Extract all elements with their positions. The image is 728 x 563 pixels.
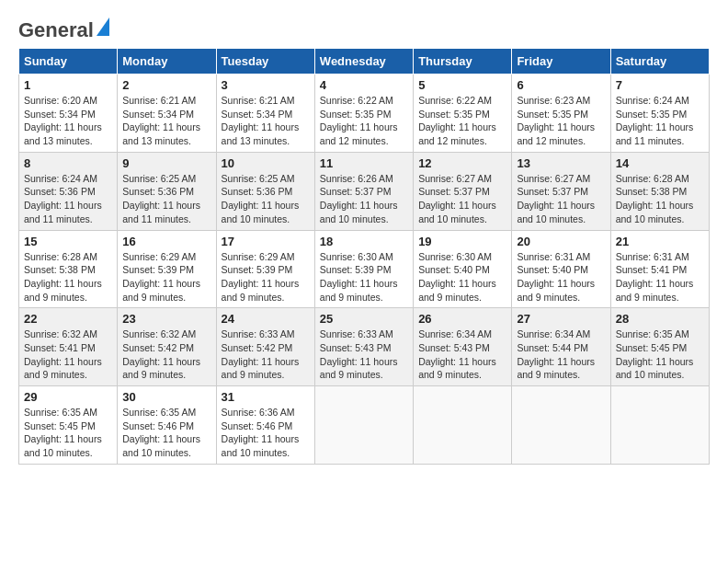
calendar-day-18: 18Sunrise: 6:30 AMSunset: 5:39 PMDayligh…: [314, 230, 413, 308]
day-info: Sunrise: 6:31 AMSunset: 5:40 PMDaylight:…: [517, 250, 605, 304]
day-number: 2: [122, 78, 210, 92]
day-number: 17: [222, 235, 310, 248]
calendar-day-5: 5Sunrise: 6:22 AMSunset: 5:35 PMDaylight…: [414, 75, 512, 153]
calendar-table: SundayMondayTuesdayWednesdayThursdayFrid…: [18, 48, 710, 465]
calendar-day-12: 12Sunrise: 6:27 AMSunset: 5:37 PMDayligh…: [414, 152, 512, 230]
day-number: 16: [122, 235, 210, 248]
day-number: 27: [517, 312, 605, 326]
day-info: Sunrise: 6:27 AMSunset: 5:37 PMDaylight:…: [418, 172, 506, 226]
calendar-day-2: 2Sunrise: 6:21 AMSunset: 5:34 PMDaylight…: [118, 75, 216, 153]
calendar-day-15: 15Sunrise: 6:28 AMSunset: 5:38 PMDayligh…: [19, 230, 118, 308]
day-number: 26: [418, 312, 506, 326]
day-info: Sunrise: 6:34 AMSunset: 5:43 PMDaylight:…: [418, 327, 506, 382]
day-number: 7: [616, 78, 704, 92]
calendar-day-30: 30Sunrise: 6:35 AMSunset: 5:46 PMDayligh…: [118, 386, 216, 465]
calendar-day-22: 22Sunrise: 6:32 AMSunset: 5:41 PMDayligh…: [19, 308, 118, 386]
column-header-wednesday: Wednesday: [314, 49, 413, 75]
page-header: General: [18, 18, 710, 39]
day-info: Sunrise: 6:22 AMSunset: 5:35 PMDaylight:…: [418, 94, 506, 148]
calendar-day-19: 19Sunrise: 6:30 AMSunset: 5:40 PMDayligh…: [414, 230, 512, 308]
day-number: 9: [122, 156, 210, 170]
column-header-thursday: Thursday: [414, 49, 512, 75]
day-info: Sunrise: 6:21 AMSunset: 5:34 PMDaylight:…: [122, 94, 210, 148]
day-info: Sunrise: 6:24 AMSunset: 5:36 PMDaylight:…: [24, 172, 112, 226]
column-header-monday: Monday: [118, 49, 216, 75]
day-info: Sunrise: 6:21 AMSunset: 5:34 PMDaylight:…: [222, 94, 310, 148]
day-info: Sunrise: 6:23 AMSunset: 5:35 PMDaylight:…: [517, 94, 605, 148]
day-number: 4: [320, 78, 408, 92]
calendar-day-empty: [512, 386, 610, 465]
column-header-friday: Friday: [512, 49, 610, 75]
day-number: 18: [320, 235, 408, 248]
day-number: 6: [517, 78, 605, 92]
day-number: 21: [616, 235, 704, 248]
day-number: 19: [418, 235, 506, 248]
calendar-day-27: 27Sunrise: 6:34 AMSunset: 5:44 PMDayligh…: [512, 308, 610, 386]
calendar-day-17: 17Sunrise: 6:29 AMSunset: 5:39 PMDayligh…: [216, 230, 314, 308]
day-number: 28: [616, 312, 704, 326]
day-info: Sunrise: 6:22 AMSunset: 5:35 PMDaylight:…: [320, 94, 408, 148]
calendar-week-1: 1Sunrise: 6:20 AMSunset: 5:34 PMDaylight…: [19, 75, 710, 153]
calendar-day-4: 4Sunrise: 6:22 AMSunset: 5:35 PMDaylight…: [314, 75, 413, 153]
day-info: Sunrise: 6:33 AMSunset: 5:43 PMDaylight:…: [320, 327, 408, 382]
calendar-day-10: 10Sunrise: 6:25 AMSunset: 5:36 PMDayligh…: [216, 152, 314, 230]
day-info: Sunrise: 6:28 AMSunset: 5:38 PMDaylight:…: [24, 250, 112, 304]
column-header-tuesday: Tuesday: [216, 49, 314, 75]
day-number: 29: [24, 390, 112, 404]
calendar-day-29: 29Sunrise: 6:35 AMSunset: 5:45 PMDayligh…: [19, 386, 118, 465]
calendar-day-empty: [314, 386, 413, 465]
day-number: 3: [222, 78, 310, 92]
calendar-day-1: 1Sunrise: 6:20 AMSunset: 5:34 PMDaylight…: [19, 75, 118, 153]
day-number: 12: [418, 156, 506, 170]
calendar-day-14: 14Sunrise: 6:28 AMSunset: 5:38 PMDayligh…: [610, 152, 709, 230]
day-info: Sunrise: 6:35 AMSunset: 5:45 PMDaylight:…: [616, 327, 704, 382]
calendar-day-23: 23Sunrise: 6:32 AMSunset: 5:42 PMDayligh…: [118, 308, 216, 386]
calendar-day-empty: [414, 386, 512, 465]
calendar-day-25: 25Sunrise: 6:33 AMSunset: 5:43 PMDayligh…: [314, 308, 413, 386]
day-info: Sunrise: 6:25 AMSunset: 5:36 PMDaylight:…: [122, 172, 210, 226]
day-number: 22: [24, 312, 112, 326]
day-number: 14: [616, 156, 704, 170]
calendar-day-16: 16Sunrise: 6:29 AMSunset: 5:39 PMDayligh…: [118, 230, 216, 308]
day-number: 24: [222, 312, 310, 326]
calendar-week-5: 29Sunrise: 6:35 AMSunset: 5:45 PMDayligh…: [19, 386, 710, 465]
day-info: Sunrise: 6:35 AMSunset: 5:45 PMDaylight:…: [24, 406, 112, 460]
day-info: Sunrise: 6:34 AMSunset: 5:44 PMDaylight:…: [517, 327, 605, 382]
day-info: Sunrise: 6:29 AMSunset: 5:39 PMDaylight:…: [122, 250, 210, 304]
day-info: Sunrise: 6:27 AMSunset: 5:37 PMDaylight:…: [517, 172, 605, 226]
calendar-day-24: 24Sunrise: 6:33 AMSunset: 5:42 PMDayligh…: [216, 308, 314, 386]
day-info: Sunrise: 6:32 AMSunset: 5:41 PMDaylight:…: [24, 327, 112, 382]
day-number: 31: [222, 390, 310, 404]
calendar-week-2: 8Sunrise: 6:24 AMSunset: 5:36 PMDaylight…: [19, 152, 710, 230]
calendar-day-8: 8Sunrise: 6:24 AMSunset: 5:36 PMDaylight…: [19, 152, 118, 230]
day-info: Sunrise: 6:30 AMSunset: 5:40 PMDaylight:…: [418, 250, 506, 304]
day-number: 15: [24, 235, 112, 248]
day-info: Sunrise: 6:36 AMSunset: 5:46 PMDaylight:…: [222, 406, 310, 460]
day-info: Sunrise: 6:30 AMSunset: 5:39 PMDaylight:…: [320, 250, 408, 304]
day-info: Sunrise: 6:33 AMSunset: 5:42 PMDaylight:…: [222, 327, 310, 382]
day-number: 23: [122, 312, 210, 326]
day-info: Sunrise: 6:29 AMSunset: 5:39 PMDaylight:…: [222, 250, 310, 304]
calendar-day-21: 21Sunrise: 6:31 AMSunset: 5:41 PMDayligh…: [610, 230, 709, 308]
day-number: 10: [222, 156, 310, 170]
day-info: Sunrise: 6:25 AMSunset: 5:36 PMDaylight:…: [222, 172, 310, 226]
column-header-saturday: Saturday: [610, 49, 709, 75]
day-info: Sunrise: 6:31 AMSunset: 5:41 PMDaylight:…: [616, 250, 704, 304]
day-number: 1: [24, 78, 112, 92]
day-info: Sunrise: 6:20 AMSunset: 5:34 PMDaylight:…: [24, 94, 112, 148]
calendar-header-row: SundayMondayTuesdayWednesdayThursdayFrid…: [19, 49, 710, 75]
logo: General: [18, 18, 109, 39]
calendar-day-3: 3Sunrise: 6:21 AMSunset: 5:34 PMDaylight…: [216, 75, 314, 153]
day-info: Sunrise: 6:28 AMSunset: 5:38 PMDaylight:…: [616, 172, 704, 226]
day-number: 11: [320, 156, 408, 170]
calendar-week-4: 22Sunrise: 6:32 AMSunset: 5:41 PMDayligh…: [19, 308, 710, 386]
calendar-day-28: 28Sunrise: 6:35 AMSunset: 5:45 PMDayligh…: [610, 308, 709, 386]
logo-general: General: [18, 18, 94, 42]
day-info: Sunrise: 6:24 AMSunset: 5:35 PMDaylight:…: [616, 94, 704, 148]
day-info: Sunrise: 6:35 AMSunset: 5:46 PMDaylight:…: [122, 406, 210, 460]
calendar-day-empty: [610, 386, 709, 465]
calendar-day-31: 31Sunrise: 6:36 AMSunset: 5:46 PMDayligh…: [216, 386, 314, 465]
column-header-sunday: Sunday: [19, 49, 118, 75]
calendar-day-11: 11Sunrise: 6:26 AMSunset: 5:37 PMDayligh…: [314, 152, 413, 230]
logo-arrow-icon: [97, 17, 109, 36]
